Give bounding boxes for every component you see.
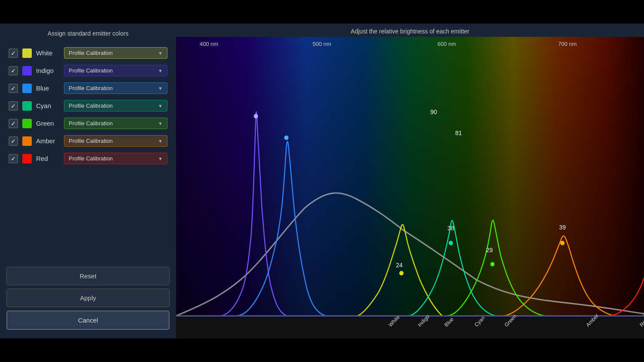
checkbox-blue[interactable]: ✓ — [9, 84, 18, 93]
right-panel: Adjust the relative brightness of each e… — [176, 24, 644, 338]
checkbox-white[interactable]: ✓ — [9, 48, 18, 58]
swatch-cyan — [22, 101, 32, 111]
nm-label-500: 500 nm — [313, 41, 331, 47]
swatch-white — [22, 48, 32, 58]
emitter-name-blue: Blue — [36, 84, 60, 92]
bottom-bar — [0, 338, 644, 362]
emitter-name-amber: Amber — [36, 137, 60, 145]
emitter-row-cyan: ✓CyanProfile Calibration▼ — [6, 97, 170, 115]
dropdown-arrow-blue: ▼ — [158, 86, 163, 91]
emitter-name-red: Red — [36, 155, 60, 162]
value-label-39: 39 — [559, 224, 566, 231]
dropdown-green[interactable]: Profile Calibration▼ — [64, 118, 167, 129]
dropdown-arrow-indigo: ▼ — [158, 68, 163, 73]
dropdown-white[interactable]: Profile Calibration▼ — [64, 47, 167, 59]
dropdown-red[interactable]: Profile Calibration▼ — [64, 153, 167, 164]
left-panel: Assign standard emitter colors ✓WhitePro… — [0, 24, 176, 338]
checkbox-cyan[interactable]: ✓ — [9, 101, 18, 111]
bottom-buttons: Reset Apply Cancel — [6, 262, 170, 334]
main-content: Assign standard emitter colors ✓WhitePro… — [0, 24, 644, 338]
emitter-name-green: Green — [36, 120, 60, 127]
value-label-24: 24 — [396, 262, 403, 268]
nm-label-700: 700 nm — [558, 41, 577, 47]
nm-label-600: 600 nm — [437, 41, 456, 47]
dropdown-arrow-cyan: ▼ — [158, 103, 163, 109]
checkbox-red[interactable]: ✓ — [9, 154, 18, 163]
nm-label-400: 400 nm — [200, 41, 218, 47]
swatch-blue — [22, 84, 32, 93]
reset-button[interactable]: Reset — [6, 267, 170, 285]
emitter-row-blue: ✓BlueProfile Calibration▼ — [6, 79, 170, 97]
dropdown-label-amber: Profile Calibration — [69, 138, 113, 144]
svg-point-3 — [284, 136, 289, 140]
emitter-label-blue: Blue — [443, 316, 455, 328]
emitter-row-amber: ✓AmberProfile Calibration▼ — [6, 132, 170, 150]
emitter-label-red: Red — [638, 317, 644, 328]
right-panel-header: Adjust the relative brightness of each e… — [176, 24, 644, 37]
swatch-red — [22, 154, 32, 163]
swatch-amber — [22, 136, 32, 146]
dropdown-cyan[interactable]: Profile Calibration▼ — [64, 100, 167, 112]
checkbox-green[interactable]: ✓ — [9, 119, 18, 128]
top-bar — [0, 0, 644, 24]
swatch-green — [22, 119, 32, 128]
cancel-button[interactable]: Cancel — [6, 311, 170, 330]
emitter-name-cyan: Cyan — [36, 102, 60, 109]
emitter-name-indigo: Indigo — [36, 67, 60, 74]
dropdown-blue[interactable]: Profile Calibration▼ — [64, 82, 167, 94]
emitter-row-red: ✓RedProfile Calibration▼ — [6, 150, 170, 167]
emitter-label-cyan: Cyan — [473, 315, 486, 328]
apply-button[interactable]: Apply — [6, 289, 170, 307]
emitter-row-indigo: ✓IndigoProfile Calibration▼ — [6, 62, 170, 79]
spectrum-chart: 90 81 24 38 29 39 FL 400 nm 500 nm 600 n… — [176, 37, 644, 338]
dropdown-arrow-green: ▼ — [158, 121, 163, 126]
chart-area: 90 81 24 38 29 39 FL 400 nm 500 nm 600 n… — [176, 37, 644, 338]
svg-point-4 — [399, 271, 404, 275]
svg-point-2 — [254, 114, 258, 118]
value-label-38: 38 — [447, 225, 454, 232]
dropdown-indigo[interactable]: Profile Calibration▼ — [64, 65, 167, 76]
dropdown-label-indigo: Profile Calibration — [69, 67, 113, 74]
dropdown-amber[interactable]: Profile Calibration▼ — [64, 135, 167, 147]
emitter-list: ✓WhiteProfile Calibration▼✓IndigoProfile… — [6, 44, 170, 262]
dropdown-arrow-white: ▼ — [158, 51, 163, 56]
checkbox-indigo[interactable]: ✓ — [9, 66, 18, 75]
emitter-row-white: ✓WhiteProfile Calibration▼ — [6, 44, 170, 62]
swatch-indigo — [22, 66, 32, 75]
dropdown-label-blue: Profile Calibration — [69, 85, 113, 91]
checkbox-amber[interactable]: ✓ — [9, 136, 18, 146]
dropdown-label-white: Profile Calibration — [69, 50, 113, 56]
dropdown-arrow-red: ▼ — [158, 156, 163, 161]
svg-point-5 — [449, 241, 453, 245]
value-label-81: 81 — [455, 129, 462, 136]
svg-point-6 — [490, 262, 495, 266]
left-panel-header: Assign standard emitter colors — [6, 28, 170, 39]
emitter-name-white: White — [36, 49, 60, 57]
value-label-90: 90 — [430, 109, 437, 115]
svg-point-7 — [560, 241, 565, 245]
value-label-29: 29 — [486, 246, 493, 253]
dropdown-label-red: Profile Calibration — [69, 155, 113, 162]
dropdown-arrow-amber: ▼ — [158, 139, 163, 144]
dropdown-label-cyan: Profile Calibration — [69, 103, 113, 109]
emitter-row-green: ✓GreenProfile Calibration▼ — [6, 115, 170, 132]
dropdown-label-green: Profile Calibration — [69, 120, 113, 127]
